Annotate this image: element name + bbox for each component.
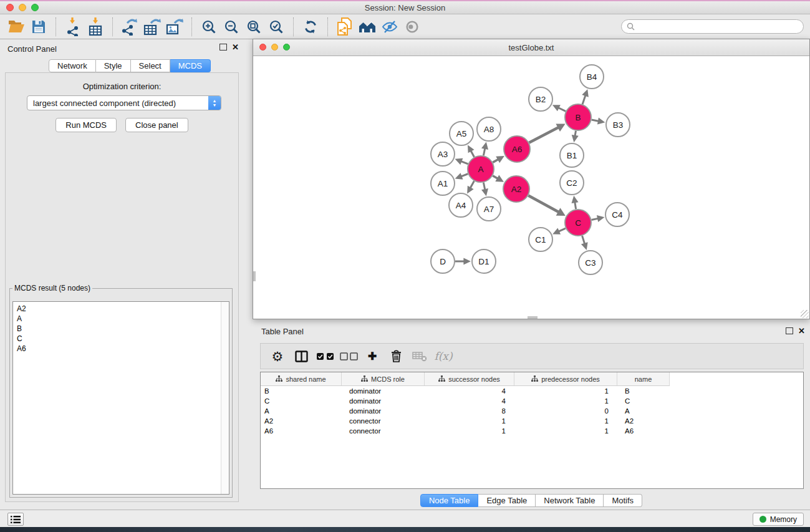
add-column-icon[interactable]: ✚ bbox=[360, 345, 384, 367]
close-panel-button[interactable]: Close panel bbox=[125, 118, 188, 132]
birds-eye-view-icon[interactable] bbox=[401, 17, 423, 37]
mcds-result-item[interactable]: A6 bbox=[17, 344, 225, 354]
minimize-network-icon[interactable] bbox=[271, 44, 278, 51]
graph-node-label-A8: A8 bbox=[484, 125, 494, 134]
network-canvas[interactable]: AA1A2A3A4A5A6A7A8BB1B2B3B4CC1C2C3C4DD1 bbox=[253, 56, 809, 319]
tab-network[interactable]: Network bbox=[49, 59, 96, 72]
edge-A6-B[interactable] bbox=[529, 127, 559, 143]
edge-B-B1[interactable] bbox=[575, 131, 576, 136]
tab-select[interactable]: Select bbox=[131, 59, 170, 72]
close-panel-icon[interactable]: ✕ bbox=[232, 44, 239, 51]
minimize-window-icon[interactable] bbox=[19, 4, 26, 11]
edge-A-A2[interactable] bbox=[493, 176, 498, 178]
refresh-layout-icon[interactable] bbox=[299, 17, 322, 37]
export-image-icon[interactable] bbox=[163, 17, 186, 37]
hide-graphics-details-icon[interactable] bbox=[378, 17, 401, 37]
search-field[interactable] bbox=[621, 19, 804, 34]
edge-B-B3[interactable] bbox=[592, 120, 599, 121]
delete-icon[interactable] bbox=[384, 345, 408, 367]
edge-C-C2[interactable] bbox=[575, 202, 576, 209]
import-network-icon[interactable] bbox=[62, 17, 84, 37]
edge-A-A4[interactable] bbox=[470, 181, 474, 188]
edge-C-C4[interactable] bbox=[592, 218, 599, 220]
select-all-checkboxes-icon[interactable] bbox=[313, 345, 337, 367]
edge-A-A1[interactable] bbox=[461, 174, 468, 177]
float-table-panel-icon[interactable] bbox=[786, 327, 793, 334]
close-window-icon[interactable] bbox=[6, 4, 14, 11]
tab-mcds[interactable]: MCDS bbox=[170, 59, 211, 72]
maximize-network-icon[interactable] bbox=[283, 44, 290, 51]
mcds-result-item[interactable]: C bbox=[17, 334, 225, 344]
zoom-in-icon[interactable] bbox=[198, 17, 220, 37]
zoom-out-icon[interactable] bbox=[220, 17, 243, 37]
edge-A-A5[interactable] bbox=[471, 151, 474, 157]
column-header-shared-name[interactable]: shared name bbox=[261, 372, 342, 385]
column-header-predecessor-nodes[interactable]: predecessor nodes bbox=[514, 372, 617, 385]
zoom-selected-icon[interactable] bbox=[265, 17, 287, 37]
network-window-titlebar[interactable]: testGlobe.txt bbox=[253, 39, 809, 56]
cell-shared-name: A bbox=[261, 407, 342, 415]
run-mcds-button[interactable]: Run MCDS bbox=[55, 118, 117, 132]
float-panel-icon[interactable] bbox=[219, 44, 227, 51]
table-panel: Table Panel ✕ ⚙ ✚ f(x) shared nameMCDS r… bbox=[253, 322, 810, 510]
table-tab-motifs[interactable]: Motifs bbox=[604, 494, 642, 507]
graph-node-label-A4: A4 bbox=[456, 201, 466, 210]
column-header-name[interactable]: name bbox=[617, 372, 670, 385]
resize-grip-icon[interactable] bbox=[801, 310, 809, 318]
column-header-mcds-role[interactable]: MCDS role bbox=[342, 372, 425, 385]
new-network-from-selection-icon[interactable] bbox=[334, 17, 356, 37]
cell-name: B bbox=[617, 387, 670, 395]
table-row[interactable]: Bdominator41B bbox=[261, 386, 803, 396]
close-table-panel-icon[interactable]: ✕ bbox=[798, 328, 805, 334]
table-tab-node-table[interactable]: Node Table bbox=[420, 494, 479, 507]
export-network-icon[interactable] bbox=[118, 17, 141, 37]
edge-B-B2[interactable] bbox=[558, 108, 566, 112]
table-row[interactable]: Adominator80A bbox=[261, 406, 803, 416]
delete-table-icon[interactable] bbox=[408, 345, 432, 367]
table-tab-edge-table[interactable]: Edge Table bbox=[478, 494, 536, 507]
close-network-icon[interactable] bbox=[259, 44, 266, 51]
table-row[interactable]: A2connector11A2 bbox=[261, 416, 803, 426]
scrollbar[interactable] bbox=[221, 302, 229, 494]
first-neighbors-icon[interactable] bbox=[356, 17, 378, 37]
mcds-result-item[interactable]: A2 bbox=[17, 304, 225, 314]
table-row[interactable]: Cdominator41C bbox=[261, 396, 803, 406]
task-history-button[interactable] bbox=[7, 513, 24, 526]
edge-A-A6[interactable] bbox=[493, 160, 498, 163]
network-graph[interactable]: AA1A2A3A4A5A6A7A8BB1B2B3B4CC1C2C3C4DD1 bbox=[253, 56, 809, 319]
control-panel-tabs: NetworkStyleSelectMCDS bbox=[49, 59, 211, 72]
graph-node-label-B1: B1 bbox=[567, 151, 577, 160]
export-table-icon[interactable] bbox=[141, 17, 163, 37]
cell-name: C bbox=[617, 397, 670, 405]
save-session-icon[interactable] bbox=[27, 17, 50, 37]
column-header-successor-nodes[interactable]: successor nodes bbox=[425, 372, 514, 385]
open-session-icon[interactable] bbox=[5, 17, 27, 37]
cell-mcds-role: dominator bbox=[342, 387, 425, 395]
node-table[interactable]: shared nameMCDS rolesuccessor nodesprede… bbox=[260, 372, 804, 489]
tab-style[interactable]: Style bbox=[96, 59, 131, 72]
edge-A-A7[interactable] bbox=[483, 183, 485, 190]
import-table-icon[interactable] bbox=[84, 17, 107, 37]
function-builder-icon[interactable]: f(x) bbox=[432, 345, 455, 367]
edge-C-C1[interactable] bbox=[559, 228, 566, 231]
fullscreen-window-icon[interactable] bbox=[31, 4, 39, 11]
edge-A-A3[interactable] bbox=[461, 162, 468, 164]
search-input[interactable] bbox=[638, 22, 798, 32]
table-tab-network-table[interactable]: Network Table bbox=[536, 494, 604, 507]
edge-B-B4[interactable] bbox=[582, 95, 586, 104]
graph-node-label-A3: A3 bbox=[438, 150, 448, 159]
table-row[interactable]: A6connector11A6 bbox=[261, 426, 803, 436]
edge-C-C3[interactable] bbox=[582, 236, 585, 244]
edge-A-A8[interactable] bbox=[483, 148, 485, 155]
zoom-fit-icon[interactable] bbox=[243, 17, 265, 37]
edge-A2-C[interactable] bbox=[528, 196, 559, 213]
gear-icon[interactable]: ⚙ bbox=[266, 345, 289, 367]
deselect-all-checkboxes-icon[interactable] bbox=[337, 345, 360, 367]
memory-button[interactable]: Memory bbox=[753, 513, 804, 526]
column-label: successor nodes bbox=[448, 375, 500, 383]
mcds-result-list[interactable]: A2ABCA6 bbox=[12, 301, 229, 495]
split-view-icon[interactable] bbox=[289, 345, 313, 367]
mcds-result-item[interactable]: B bbox=[17, 324, 225, 334]
mcds-result-item[interactable]: A bbox=[17, 314, 225, 324]
optimization-criterion-select[interactable]: largest connected component (directed) ▲… bbox=[27, 95, 221, 110]
